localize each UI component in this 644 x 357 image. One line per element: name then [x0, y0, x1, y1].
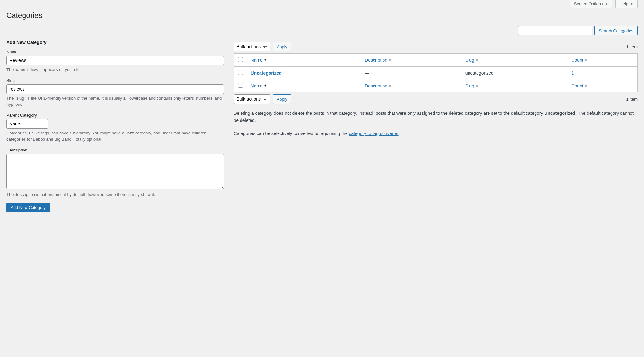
sort-icon: ▲▼ — [264, 58, 267, 62]
sort-icon: ▲▼ — [585, 84, 587, 88]
row-count-link[interactable]: 1 — [571, 70, 574, 76]
name-input[interactable] — [6, 56, 224, 65]
screen-options-label: Screen Options — [574, 1, 603, 6]
categories-table: Name▲▼ Description▲▼ Slug▲▼ Count▲▼ Unca… — [234, 53, 638, 92]
chevron-down-icon: ▼ — [605, 2, 608, 5]
description-label: Description — [6, 148, 224, 152]
apply-bulk-top-button[interactable]: Apply — [273, 42, 292, 51]
apply-bulk-bottom-button[interactable]: Apply — [273, 94, 292, 104]
submit-add-category-button[interactable]: Add New Category — [6, 203, 50, 212]
sort-icon: ▲▼ — [264, 84, 267, 88]
row-slug: uncategorized — [461, 67, 567, 79]
parent-help: Categories, unlike tags, can have a hier… — [6, 130, 224, 142]
sort-count-footer[interactable]: Count▲▼ — [571, 83, 587, 88]
sort-description-footer[interactable]: Description▲▼ — [365, 83, 391, 88]
sort-icon: ▲▼ — [476, 58, 478, 62]
description-help: The description is not prominent by defa… — [6, 191, 224, 198]
parent-label: Parent Category — [6, 113, 224, 118]
slug-help: The "slug" is the URL-friendly version o… — [6, 95, 224, 108]
info-paragraph-1: Deleting a category does not delete the … — [234, 110, 638, 124]
description-textarea[interactable] — [6, 154, 224, 189]
search-input[interactable] — [518, 26, 592, 35]
sort-count-header[interactable]: Count▲▼ — [571, 58, 587, 63]
slug-label: Slug — [6, 78, 224, 83]
row-description: — — [361, 67, 461, 79]
table-row: Uncategorized — uncategorized 1 — [234, 67, 638, 79]
add-new-heading: Add New Category — [6, 40, 224, 45]
chevron-down-icon: ▼ — [630, 2, 633, 5]
sort-name-footer[interactable]: Name▲▼ — [251, 83, 267, 88]
sort-description-header[interactable]: Description▲▼ — [365, 58, 391, 63]
tag-converter-link[interactable]: category to tag converter — [349, 131, 398, 136]
sort-icon: ▲▼ — [389, 58, 391, 62]
name-help: The name is how it appears on your site. — [6, 67, 224, 73]
page-title: Categories — [6, 8, 638, 21]
sort-slug-footer[interactable]: Slug▲▼ — [465, 83, 478, 88]
item-count-bottom: 1 item — [626, 97, 638, 102]
info-paragraph-2: Categories can be selectively converted … — [234, 130, 638, 137]
item-count-top: 1 item — [626, 44, 638, 49]
bulk-action-select-bottom[interactable]: Bulk actions — [234, 94, 270, 104]
parent-select[interactable]: None — [6, 119, 48, 129]
name-label: Name — [6, 50, 224, 54]
select-all-bottom[interactable] — [238, 83, 243, 88]
row-checkbox[interactable] — [238, 70, 243, 75]
help-label: Help — [620, 1, 628, 6]
sort-name-header[interactable]: Name▲▼ — [251, 58, 267, 63]
row-name-link[interactable]: Uncategorized — [251, 70, 282, 76]
sort-icon: ▲▼ — [476, 84, 478, 88]
select-all-top[interactable] — [238, 57, 243, 62]
screen-options-button[interactable]: Screen Options ▼ — [570, 0, 612, 8]
bulk-action-select-top[interactable]: Bulk actions — [234, 42, 270, 51]
sort-icon: ▲▼ — [389, 84, 391, 88]
slug-input[interactable] — [6, 84, 224, 94]
sort-icon: ▲▼ — [585, 58, 587, 62]
help-button[interactable]: Help ▼ — [615, 0, 638, 8]
sort-slug-header[interactable]: Slug▲▼ — [465, 58, 478, 63]
search-categories-button[interactable]: Search Categories — [594, 26, 638, 35]
